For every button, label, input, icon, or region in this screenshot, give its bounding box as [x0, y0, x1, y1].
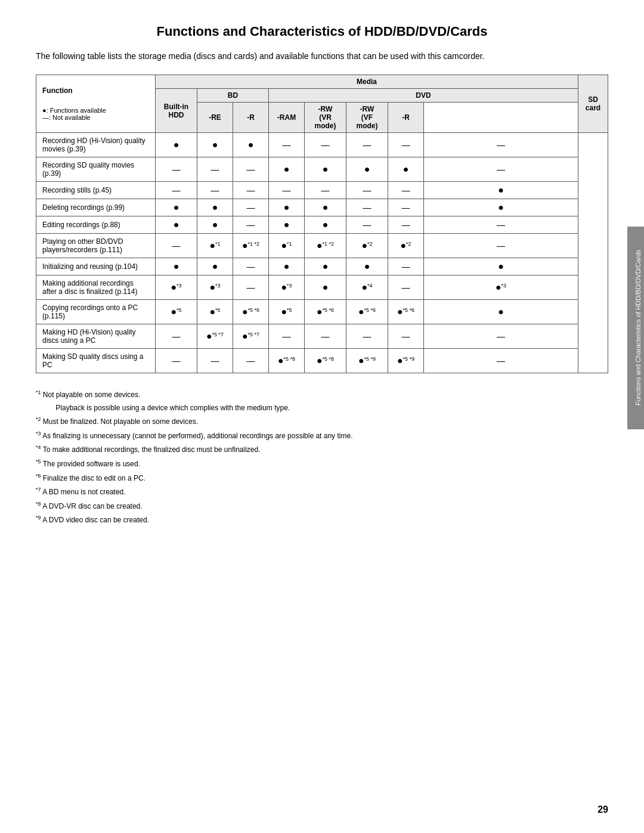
- data-cell: —: [197, 182, 233, 199]
- data-cell: —: [233, 216, 269, 234]
- function-cell: Recording stills (p.45): [36, 182, 156, 199]
- footnote: *6 Finalize the disc to edit on a PC.: [36, 471, 608, 485]
- data-cell: ●*1: [269, 234, 305, 258]
- data-cell: —: [233, 199, 269, 216]
- sidebar-label: Functions and Characteristics of HDD/BD/…: [627, 227, 644, 429]
- function-cell: Making SD quality discs using a PC: [36, 349, 156, 373]
- page-title: Functions and Characteristics of HDD/BD/…: [36, 24, 608, 39]
- data-cell: ●: [388, 157, 424, 182]
- table-row: Copying recordings onto a PC (p.115)●*5●…: [36, 300, 608, 324]
- dvd-rw-vf-header: -RW(VFmode): [346, 103, 388, 133]
- function-cell: Initializing and reusing (p.104): [36, 258, 156, 275]
- data-cell: ●*5 *9: [388, 349, 424, 373]
- data-cell: ●*3: [269, 275, 305, 300]
- data-cell: ●*5 *6: [388, 300, 424, 324]
- bd-r-header: -R: [233, 103, 269, 133]
- data-cell: —: [388, 199, 424, 216]
- dvd-ram-header: -RAM: [269, 103, 305, 133]
- data-cell: ●: [424, 182, 578, 199]
- data-cell: ●: [233, 133, 269, 157]
- data-cell: ●*3: [424, 275, 578, 300]
- data-cell: ●*2: [388, 234, 424, 258]
- legend-available: ●: Functions available: [42, 107, 149, 114]
- data-cell: ●*5 *7: [197, 324, 233, 349]
- data-cell: ●*5 *6: [305, 300, 346, 324]
- data-cell: ●: [424, 300, 578, 324]
- intro-text: The following table lists the storage me…: [36, 50, 608, 63]
- data-cell: —: [156, 157, 197, 182]
- data-cell: ●: [269, 157, 305, 182]
- footnote: *8 A DVD-VR disc can be created.: [36, 499, 608, 513]
- bd-re-header: -RE: [197, 103, 233, 133]
- data-cell: —: [388, 258, 424, 275]
- data-cell: ●: [197, 199, 233, 216]
- dvd-header: DVD: [269, 89, 578, 103]
- data-cell: —: [424, 216, 578, 234]
- builtin-hdd-header: Built-inHDD: [156, 89, 197, 133]
- data-cell: —: [269, 133, 305, 157]
- function-cell: Recording HD (Hi-Vision) quality movies …: [36, 133, 156, 157]
- data-cell: —: [269, 182, 305, 199]
- data-cell: ●: [156, 133, 197, 157]
- data-cell: —: [233, 182, 269, 199]
- data-cell: —: [388, 324, 424, 349]
- data-cell: —: [269, 324, 305, 349]
- data-cell: —: [424, 157, 578, 182]
- data-cell: ●*1: [197, 234, 233, 258]
- data-cell: —: [305, 133, 346, 157]
- data-cell: —: [156, 234, 197, 258]
- data-cell: ●: [346, 258, 388, 275]
- function-header: Function ●: Functions available —: Not a…: [36, 75, 156, 133]
- table-row: Recording HD (Hi-Vision) quality movies …: [36, 133, 608, 157]
- data-cell: ●*5: [156, 300, 197, 324]
- data-cell: ●*5: [269, 300, 305, 324]
- data-cell: —: [156, 182, 197, 199]
- data-cell: ●: [197, 258, 233, 275]
- footnote: *2 Must be finalized. Not playable on so…: [36, 414, 608, 429]
- data-cell: —: [388, 275, 424, 300]
- dvd-rw-vr-header: -RW(VRmode): [305, 103, 346, 133]
- data-cell: —: [233, 258, 269, 275]
- data-cell: ●*5 *6: [233, 300, 269, 324]
- data-cell: —: [305, 324, 346, 349]
- data-cell: —: [388, 182, 424, 199]
- data-cell: —: [305, 182, 346, 199]
- function-cell: Making additional recordings after a dis…: [36, 275, 156, 300]
- table-row: Editing recordings (p.88)●●—●●———: [36, 216, 608, 234]
- data-cell: ●: [269, 216, 305, 234]
- data-cell: ●*4: [346, 275, 388, 300]
- table-row: Initializing and reusing (p.104)●●—●●●—●: [36, 258, 608, 275]
- data-cell: —: [424, 349, 578, 373]
- data-cell: ●: [424, 199, 578, 216]
- data-cell: ●: [305, 216, 346, 234]
- data-cell: ●: [156, 216, 197, 234]
- page-number: 29: [597, 804, 608, 815]
- data-cell: —: [424, 133, 578, 157]
- data-cell: ●*3: [156, 275, 197, 300]
- data-cell: —: [424, 324, 578, 349]
- data-cell: ●*5 *8: [305, 349, 346, 373]
- data-cell: ●*5: [197, 300, 233, 324]
- data-cell: ●: [269, 258, 305, 275]
- data-cell: ●: [346, 157, 388, 182]
- data-cell: ●*1 *2: [305, 234, 346, 258]
- data-cell: —: [156, 324, 197, 349]
- data-cell: —: [346, 324, 388, 349]
- footnotes: *1 Not playable on some devices. Playbac…: [36, 388, 608, 527]
- data-cell: ●: [156, 199, 197, 216]
- data-cell: —: [156, 349, 197, 373]
- table-row: Recording SD quality movies (p.39)———●●●…: [36, 157, 608, 182]
- data-cell: ●*5 *8: [269, 349, 305, 373]
- data-cell: ●: [305, 258, 346, 275]
- table-row: Deleting recordings (p.99)●●—●●——●: [36, 199, 608, 216]
- legend-unavailable: —: Not available: [42, 114, 149, 121]
- data-cell: —: [233, 349, 269, 373]
- data-cell: ●: [197, 133, 233, 157]
- table-row: Recording stills (p.45)———————●: [36, 182, 608, 199]
- table-row: Making SD quality discs using a PC———●*5…: [36, 349, 608, 373]
- data-cell: ●*1 *2: [233, 234, 269, 258]
- footnote: *4 To make additional recordings, the fi…: [36, 442, 608, 457]
- data-cell: ●: [305, 275, 346, 300]
- sd-card-header: SDcard: [578, 75, 608, 133]
- data-cell: —: [197, 349, 233, 373]
